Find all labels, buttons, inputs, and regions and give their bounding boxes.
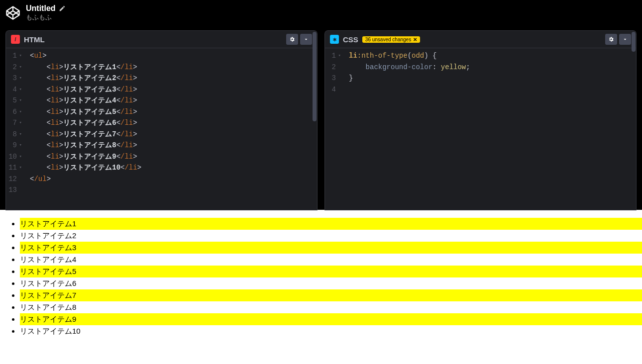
title-block: Untitled もふもふ — [26, 4, 66, 22]
css-panel: ∗ CSS 36 unsaved changes ✕ 1▾234 li:nth-… — [325, 31, 636, 210]
list-item: リストアイテム3 — [20, 242, 642, 254]
chevron-down-button[interactable] — [300, 34, 312, 45]
list-item: リストアイテム1 — [20, 218, 642, 230]
css-panel-head: ∗ CSS 36 unsaved changes ✕ — [325, 31, 636, 48]
html-gutter: 1▾2▾3▾4▾5▾6▾7▾8▾9▾10▾11▾1213 — [6, 48, 26, 210]
html-panel: / HTML 1▾2▾3▾4▾5▾6▾7▾8▾9▾10▾11▾1213 <ul>… — [6, 31, 317, 210]
settings-button[interactable] — [286, 34, 298, 45]
output-list: リストアイテム1リストアイテム2リストアイテム3リストアイテム4リストアイテム5… — [0, 218, 642, 337]
output-pane[interactable]: リストアイテム1リストアイテム2リストアイテム3リストアイテム4リストアイテム5… — [0, 210, 642, 364]
html-code-area[interactable]: 1▾2▾3▾4▾5▾6▾7▾8▾9▾10▾11▾1213 <ul> <li>リス… — [6, 48, 317, 210]
list-item: リストアイテム6 — [20, 277, 642, 289]
codepen-logo[interactable] — [6, 6, 20, 20]
css-gutter: 1▾234 — [325, 48, 345, 210]
settings-button[interactable] — [605, 34, 617, 45]
pencil-icon[interactable] — [59, 5, 66, 12]
css-badge-icon: ∗ — [330, 35, 339, 44]
list-item: リストアイテム10 — [20, 325, 642, 337]
unsaved-text: 36 unsaved changes — [365, 37, 411, 42]
list-item: リストアイテム9 — [20, 313, 642, 325]
pen-title[interactable]: Untitled — [26, 4, 56, 13]
close-icon[interactable]: ✕ — [413, 37, 417, 42]
scrollbar[interactable] — [312, 48, 317, 210]
list-item: リストアイテム8 — [20, 301, 642, 313]
html-badge-icon: / — [11, 35, 20, 44]
pen-author[interactable]: もふもふ — [26, 13, 66, 22]
html-code[interactable]: <ul> <li>リストアイテム1</li> <li>リストアイテム2</li>… — [26, 48, 317, 210]
list-item: リストアイテム5 — [20, 266, 642, 277]
html-panel-head: / HTML — [6, 31, 317, 48]
html-panel-title: HTML — [24, 35, 45, 44]
css-code[interactable]: li:nth-of-type(odd) { background-color: … — [345, 48, 636, 210]
scrollbar[interactable] — [631, 48, 636, 210]
list-item: リストアイテム4 — [20, 254, 642, 266]
css-code-area[interactable]: 1▾234 li:nth-of-type(odd) { background-c… — [325, 48, 636, 210]
list-item: リストアイテム7 — [20, 289, 642, 301]
chevron-down-button[interactable] — [619, 34, 631, 45]
list-item: リストアイテム2 — [20, 230, 642, 242]
unsaved-badge[interactable]: 36 unsaved changes ✕ — [362, 36, 420, 43]
editors-row: / HTML 1▾2▾3▾4▾5▾6▾7▾8▾9▾10▾11▾1213 <ul>… — [0, 26, 642, 210]
app-header: Untitled もふもふ — [0, 0, 642, 26]
css-panel-title: CSS — [343, 35, 358, 44]
